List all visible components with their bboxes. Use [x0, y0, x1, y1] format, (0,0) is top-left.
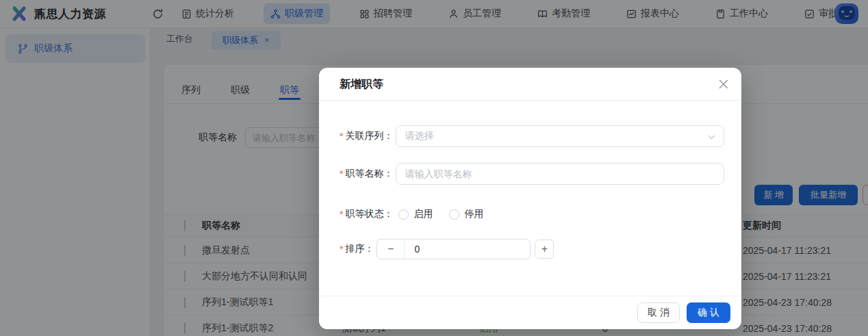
close-icon[interactable] [717, 77, 730, 91]
field-label: 排序： [345, 243, 374, 255]
form-row-series: * 关联序列： 请选择 [340, 125, 724, 147]
radio-disabled[interactable]: 停用 [449, 208, 483, 220]
radio-circle-icon [449, 209, 459, 220]
modal-title: 新增职等 [340, 68, 383, 101]
form-row-order: * 排序： − + [340, 238, 554, 260]
required-mark: * [340, 131, 343, 142]
plus-icon[interactable]: + [535, 240, 554, 259]
required-mark: * [340, 209, 343, 220]
cancel-button[interactable]: 取 消 [637, 302, 680, 323]
required-mark: * [340, 168, 343, 179]
select-placeholder: 请选择 [405, 130, 433, 142]
field-label: 职等状态： [345, 208, 393, 220]
form-row-status: * 职等状态： 启用 停用 [340, 203, 483, 225]
order-stepper: − + [376, 239, 554, 259]
grade-name-input[interactable] [396, 163, 724, 185]
required-mark: * [340, 244, 343, 255]
modal-footer: 取 消 确 认 [319, 296, 741, 329]
field-label: 职等名称： [345, 168, 393, 180]
confirm-button[interactable]: 确 认 [687, 302, 730, 323]
minus-icon[interactable]: − [377, 240, 405, 259]
series-select[interactable]: 请选择 [396, 125, 724, 147]
chevron-down-icon [708, 135, 715, 140]
form-row-grade-name: * 职等名称： [340, 163, 724, 185]
radio-circle-icon [398, 209, 409, 220]
add-grade-modal: 新增职等 * 关联序列： 请选择 * 职等名称： * 职等状态： 启用 [319, 68, 741, 329]
stepper-box: − [376, 239, 531, 259]
order-value-input[interactable] [405, 243, 514, 255]
field-label: 关联序列： [345, 130, 393, 142]
radio-enabled[interactable]: 启用 [398, 208, 433, 220]
modal-header: 新增职等 [319, 68, 741, 101]
